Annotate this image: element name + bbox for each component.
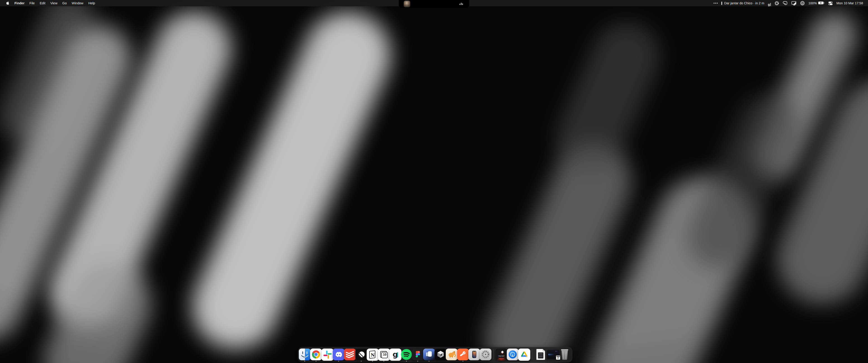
battery-percent: 100% <box>808 1 817 5</box>
menu-item-view[interactable]: View <box>48 0 60 6</box>
dock-icon-system-settings[interactable] <box>480 349 491 360</box>
one-password-icon[interactable] <box>800 0 805 6</box>
dock-icon-slack[interactable] <box>321 349 334 361</box>
dock-minimized-window[interactable]: 10 <box>547 350 559 359</box>
dock-icon-postgres[interactable] <box>446 349 458 360</box>
raycast-arc <box>498 355 505 359</box>
running-indicator <box>417 361 418 362</box>
apple-menu[interactable] <box>3 0 12 6</box>
running-indicator <box>315 361 316 362</box>
dock-separator <box>532 350 532 359</box>
dock-icon-figma[interactable] <box>412 349 424 360</box>
chrome-logo-icon <box>312 350 320 359</box>
dock-icon-screen-capture-app[interactable] <box>423 349 435 360</box>
dock-icon-finder[interactable] <box>299 349 311 360</box>
menu-item-edit[interactable]: Edit <box>37 0 48 6</box>
running-indicator <box>304 361 305 362</box>
window-front-shape <box>428 351 432 357</box>
pointer-blob-icon[interactable] <box>783 0 787 6</box>
calendar-event-chip[interactable]: Dar jantar do Chico · in 2 m <box>721 0 764 6</box>
event-indicator-bar <box>721 2 722 5</box>
grammarly-caret <box>397 352 398 357</box>
dock-file-document[interactable] <box>536 349 545 360</box>
desktop-wallpaper <box>0 0 868 363</box>
battery-group[interactable]: 100% <box>808 0 825 6</box>
apple-logo-icon <box>6 1 9 6</box>
menu-item-finder[interactable]: Finder <box>12 0 27 6</box>
dock-icon-notion-calendar[interactable]: 10 <box>378 349 390 361</box>
dock-icon-raycast[interactable]: raycast <box>495 349 507 360</box>
menu-bar-left: Finder File Edit View Go Window Help <box>0 0 98 6</box>
grammarly-icon[interactable]: g <box>768 0 771 6</box>
dock-icon-grammarly[interactable]: g <box>389 349 401 361</box>
menu-item-window[interactable]: Window <box>69 0 86 6</box>
dock-icon-spline[interactable] <box>434 349 447 361</box>
running-indicator <box>406 361 407 362</box>
dock-separator <box>493 350 494 359</box>
running-indicator <box>429 361 430 362</box>
notion-n-glyph: N <box>371 352 375 357</box>
control-center-icon[interactable] <box>828 0 833 6</box>
menu-item-file[interactable]: File <box>27 0 37 6</box>
event-text: Dar jantar do Chico · in 2 m <box>724 1 764 5</box>
display-icon[interactable] <box>791 0 797 6</box>
menu-overflow-ellipsis-icon[interactable] <box>714 0 718 6</box>
running-indicator <box>463 361 463 362</box>
audio-visualizer-bars <box>460 2 463 5</box>
calendar-date-label: 10 <box>382 353 388 356</box>
dock-icon-notion[interactable]: N <box>367 349 379 361</box>
keyhole-icon <box>508 350 517 359</box>
running-indicator <box>372 361 373 362</box>
dock-icon-1password[interactable] <box>507 349 519 360</box>
burst-gear-icon[interactable] <box>774 0 779 6</box>
notch-media-widget[interactable] <box>399 0 469 8</box>
dock-icon-iphone-mirroring[interactable] <box>468 349 480 360</box>
iphone-shape <box>472 351 476 358</box>
menu-bar-clock[interactable]: Mon 10 Mar 17:58 <box>836 0 863 6</box>
dock-icon-google-drive[interactable] <box>518 349 530 361</box>
menu-item-go[interactable]: Go <box>60 0 69 6</box>
dock-icon-chrome[interactable] <box>310 349 322 360</box>
running-indicator <box>361 361 362 362</box>
running-indicator <box>338 361 339 362</box>
dock-icon-linear[interactable] <box>355 349 368 361</box>
battery-icon <box>818 1 825 5</box>
dock-icon-spotify[interactable] <box>401 349 412 360</box>
menu-bar-status: Dar jantar do Chico · in 2 m g 100% Mon … <box>714 0 868 6</box>
dock-icon-discord[interactable] <box>333 349 344 360</box>
dock-icon-todoist[interactable] <box>344 349 356 360</box>
album-art-thumbnail <box>404 1 410 7</box>
dock-trash[interactable] <box>559 348 570 361</box>
dock-icon-postman[interactable] <box>457 349 469 360</box>
running-indicator <box>383 361 384 362</box>
menu-item-help[interactable]: Help <box>86 0 98 6</box>
